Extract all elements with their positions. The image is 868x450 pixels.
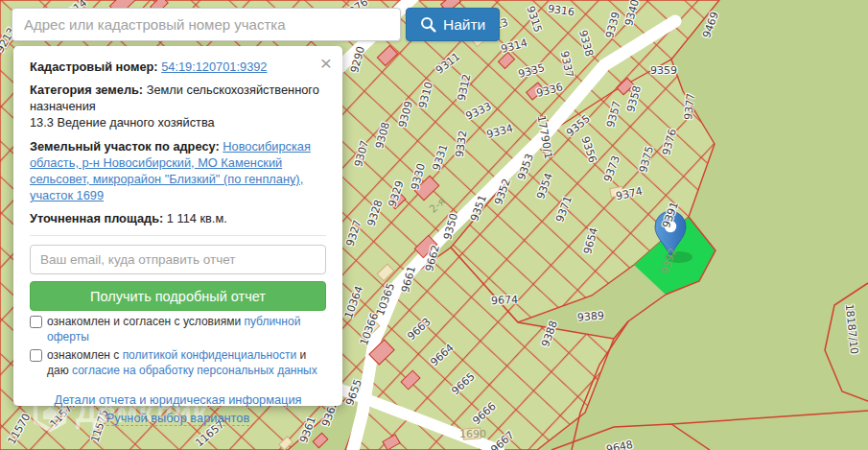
offer-consent-checkbox[interactable]	[30, 316, 42, 328]
area-value: 1 114 кв.м.	[167, 211, 227, 225]
search-input[interactable]	[12, 8, 401, 41]
search-button[interactable]: Найти	[406, 8, 500, 41]
report-details-link[interactable]: Детали отчета и юридическая информация	[55, 392, 302, 408]
land-category-label: Категория земель:	[30, 83, 143, 97]
cadastral-number-row: Кадастровый номер: 54:19:120701:9392	[30, 59, 326, 75]
search-bar: Найти	[12, 8, 500, 41]
offer-consent-row: ознакомлен и согласен с условиями публич…	[30, 315, 326, 344]
cadastral-number-label: Кадастровый номер:	[30, 59, 158, 74]
privacy-consent-row: ознакомлен с политикой конфиденциальност…	[30, 348, 326, 378]
privacy-consent-text: ознакомлен с политикой конфиденциальност…	[47, 348, 326, 378]
cadastral-number-link[interactable]: 54:19:120701:9392	[161, 59, 267, 74]
area-label: Уточненная площадь:	[30, 211, 163, 225]
offer-consent-text: ознакомлен и согласен с условиями публич…	[47, 315, 326, 344]
personal-data-link[interactable]: согласие на обработку персональных данны…	[72, 364, 317, 377]
search-icon	[420, 16, 436, 33]
address-row: Земельный участок по адресу: Новосибирск…	[30, 138, 326, 204]
address-label: Земельный участок по адресу:	[30, 139, 220, 154]
close-icon[interactable]: ×	[320, 53, 332, 73]
land-category-row: Категория земель: Земли сельскохозяйстве…	[30, 82, 326, 130]
get-report-button[interactable]: Получить подробный отчет	[30, 281, 326, 311]
privacy-policy-link[interactable]: политикой конфиденциальности	[123, 348, 296, 362]
parcel-info-panel: × Кадастровый номер: 54:19:120701:9392 К…	[13, 46, 342, 406]
cadastral-map-page: 9214921392769290931193139314931593169338…	[0, 0, 868, 450]
manual-select-link[interactable]: Ручной выбор вариантов	[106, 411, 249, 426]
area-row: Уточненная площадь: 1 114 кв.м.	[30, 210, 326, 226]
panel-footer-links: Детали отчета и юридическая информация Р…	[30, 391, 326, 429]
search-button-label: Найти	[443, 16, 485, 34]
email-field[interactable]	[30, 245, 326, 274]
privacy-consent-checkbox[interactable]	[30, 349, 42, 362]
land-usage-value: 13.3 Ведение дачного хозяйства	[30, 115, 215, 130]
divider	[30, 235, 326, 236]
